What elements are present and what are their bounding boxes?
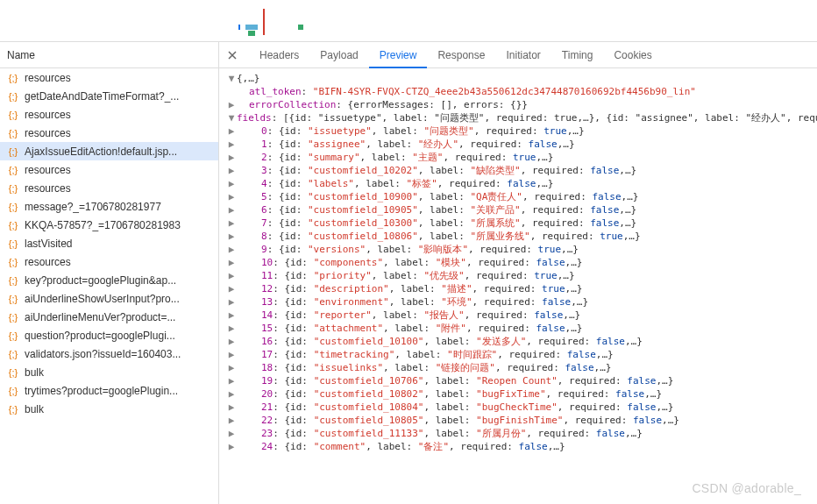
request-list-header[interactable]: Name xyxy=(0,42,218,68)
request-row[interactable]: {;}resources xyxy=(0,105,218,124)
request-row[interactable]: {;}trytimes?product=googlePlugin... xyxy=(0,381,218,400)
request-row[interactable]: {;}getDateAndDateTimeFormat?_... xyxy=(0,87,218,105)
json-node[interactable]: 0: {id: "issuetype", label: "问题类型", requ… xyxy=(261,124,585,138)
collapse-icon[interactable]: ▼ xyxy=(226,72,237,85)
json-node[interactable]: 5: {id: "customfield_10900", label: "QA责… xyxy=(261,190,638,203)
tab-payload[interactable]: Payload xyxy=(309,42,368,68)
braces-icon: {;} xyxy=(7,311,19,323)
json-node[interactable]: 24: {id: "comment", label: "备注", require… xyxy=(261,440,565,453)
expand-icon[interactable]: ▶ xyxy=(226,256,237,269)
json-node[interactable]: {,…} xyxy=(237,72,260,85)
request-name: resources xyxy=(25,72,71,84)
tab-initiator[interactable]: Initiator xyxy=(495,42,551,68)
tab-cookies[interactable]: Cookies xyxy=(603,42,662,68)
request-row[interactable]: {;}resources xyxy=(0,124,218,142)
json-node[interactable]: 13: {id: "environment", label: "环境", req… xyxy=(261,295,588,309)
close-icon[interactable] xyxy=(224,47,240,63)
expand-icon[interactable]: ▶ xyxy=(226,427,237,440)
expand-icon[interactable]: ▶ xyxy=(226,151,237,164)
request-name: resources xyxy=(25,256,71,268)
expand-icon[interactable]: ▶ xyxy=(226,177,237,190)
braces-icon: {;} xyxy=(7,385,19,397)
request-row[interactable]: {;}bulk xyxy=(0,400,218,418)
request-row[interactable]: {;}resources xyxy=(0,68,218,87)
json-node[interactable]: atl_token: "BIFN-4SYR-FVQX-CTZQ_4eee2b43… xyxy=(249,85,696,98)
json-node[interactable]: 12: {id: "description", label: "描述", req… xyxy=(261,282,582,295)
collapse-icon[interactable]: ▼ xyxy=(226,111,237,124)
expand-icon[interactable]: ▶ xyxy=(226,440,237,453)
expand-icon[interactable]: ▶ xyxy=(226,282,237,295)
request-row[interactable]: {;}resources xyxy=(0,252,218,271)
tab-response[interactable]: Response xyxy=(427,42,495,68)
json-node[interactable]: 1: {id: "assignee", label: "经办人", requir… xyxy=(261,138,575,151)
json-node[interactable]: 16: {id: "customfield_10100", label: "发送… xyxy=(261,335,643,348)
json-node[interactable]: 10: {id: "components", label: "模块", requ… xyxy=(261,256,582,269)
json-node[interactable]: 14: {id: "reporter", label: "报告人", requi… xyxy=(261,309,580,322)
json-node[interactable]: 6: {id: "customfield_10905", label: "关联产… xyxy=(261,203,636,217)
request-row[interactable]: {;}bulk xyxy=(0,363,218,381)
json-node[interactable]: 17: {id: "timetracking", label: "时间跟踪", … xyxy=(261,348,614,361)
json-node[interactable]: 15: {id: "attachment", label: "附件", requ… xyxy=(261,322,582,335)
tab-timing[interactable]: Timing xyxy=(551,42,604,68)
request-row[interactable]: {;}message?_=1706780281977 xyxy=(0,197,218,216)
expand-icon[interactable]: ▶ xyxy=(226,164,237,177)
json-node[interactable]: 3: {id: "customfield_10202", label: "缺陷类… xyxy=(261,164,636,177)
expand-icon[interactable]: ▶ xyxy=(226,230,237,243)
expand-icon[interactable]: ▶ xyxy=(226,335,237,348)
tab-headers[interactable]: Headers xyxy=(249,42,309,68)
expand-icon[interactable]: ▶ xyxy=(226,348,237,361)
request-row[interactable]: {;}aiUnderlineShowUserInput?pro... xyxy=(0,289,218,308)
request-row[interactable]: {;}resources xyxy=(0,160,218,179)
json-node[interactable]: 2: {id: "summary", label: "主题", required… xyxy=(261,151,553,164)
braces-icon: {;} xyxy=(7,256,19,268)
request-row[interactable]: {;}question?product=googlePlugi... xyxy=(0,326,218,344)
json-node[interactable]: 21: {id: "customfield_10804", label: "bu… xyxy=(261,401,673,414)
json-node[interactable]: 7: {id: "customfield_10300", label: "所属系… xyxy=(261,217,636,230)
expand-icon[interactable]: ▶ xyxy=(226,203,237,217)
expand-icon[interactable]: ▶ xyxy=(226,414,237,427)
preview-json-tree[interactable]: ▼{,…}atl_token: "BIFN-4SYR-FVQX-CTZQ_4ee… xyxy=(219,68,817,504)
request-row[interactable]: {;}aiUnderlineMenuVer?product=... xyxy=(0,308,218,326)
tab-preview[interactable]: Preview xyxy=(369,42,428,68)
json-node[interactable]: errorCollection: {errorMessages: [], err… xyxy=(249,98,528,111)
json-node[interactable]: fields: [{id: "issuetype", label: "问题类型"… xyxy=(237,111,817,124)
expand-icon[interactable]: ▶ xyxy=(226,190,237,203)
json-node[interactable]: 22: {id: "customfield_10805", label: "bu… xyxy=(261,414,679,427)
expand-icon[interactable]: ▶ xyxy=(226,217,237,230)
expand-icon[interactable]: ▶ xyxy=(226,322,237,335)
json-node[interactable]: 11: {id: "priority", label: "优先级", requi… xyxy=(261,269,575,282)
json-node[interactable]: 9: {id: "versions", label: "影响版本", requi… xyxy=(261,243,579,256)
request-name: getDateAndDateTimeFormat?_... xyxy=(25,90,179,103)
request-name: resources xyxy=(25,182,71,195)
json-node[interactable]: 18: {id: "issuelinks", label: "链接的问题", r… xyxy=(261,361,611,374)
expand-icon[interactable]: ▶ xyxy=(226,361,237,374)
expand-icon[interactable]: ▶ xyxy=(226,309,237,322)
request-name: bulk xyxy=(25,403,44,415)
json-node[interactable]: 4: {id: "labels", label: "标签", required:… xyxy=(261,177,553,190)
json-node[interactable]: 8: {id: "customfield_10806", label: "所属业… xyxy=(261,230,641,243)
expand-icon[interactable]: ▶ xyxy=(226,295,237,309)
request-row[interactable]: {;}lastVisited xyxy=(0,234,218,252)
request-name: aiUnderlineMenuVer?product=... xyxy=(25,311,175,323)
expand-icon[interactable]: ▶ xyxy=(226,243,237,256)
json-node[interactable]: 20: {id: "customfield_10802", label: "bu… xyxy=(261,387,662,401)
expand-icon[interactable]: ▶ xyxy=(226,374,237,387)
json-node[interactable]: 23: {id: "customfield_11133", label: "所属… xyxy=(261,427,643,440)
expand-icon[interactable]: ▶ xyxy=(226,98,237,111)
expand-icon[interactable]: ▶ xyxy=(226,124,237,138)
braces-icon: {;} xyxy=(7,90,19,103)
expand-icon[interactable]: ▶ xyxy=(226,269,237,282)
request-name: question?product=googlePlugi... xyxy=(25,330,175,342)
request-row[interactable]: {;}key?product=googlePlugin&ap... xyxy=(0,271,218,289)
request-row[interactable]: {;}AjaxIssueEditAction!default.jsp... xyxy=(0,142,218,160)
request-row[interactable]: {;}KKQA-57857?_=1706780281983 xyxy=(0,216,218,234)
json-node[interactable]: 19: {id: "customfield_10706", label: "Re… xyxy=(261,374,673,387)
request-name: lastVisited xyxy=(25,238,72,250)
expand-icon[interactable]: ▶ xyxy=(226,138,237,151)
expand-icon[interactable]: ▶ xyxy=(226,401,237,414)
expand-icon[interactable]: ▶ xyxy=(226,387,237,401)
request-row[interactable]: {;}validators.json?issueId=160403... xyxy=(0,344,218,363)
network-timeline[interactable] xyxy=(0,0,817,42)
request-name: aiUnderlineShowUserInput?pro... xyxy=(25,293,180,305)
request-row[interactable]: {;}resources xyxy=(0,179,218,197)
